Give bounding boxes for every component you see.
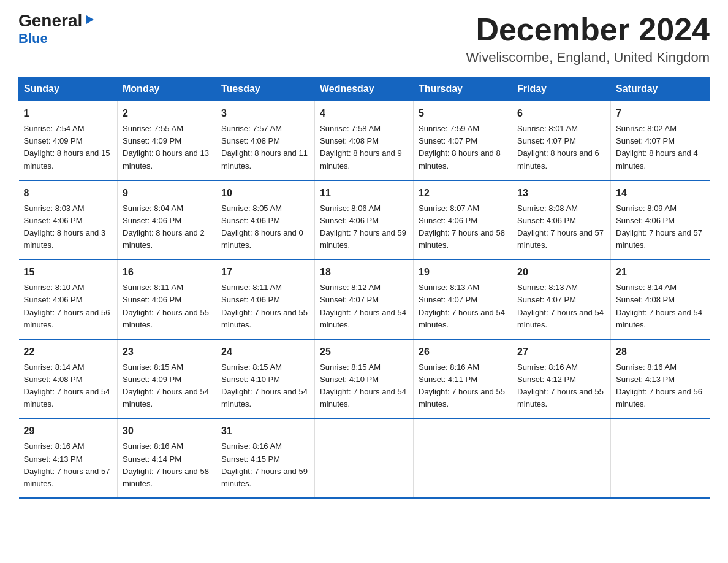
day-number: 1 [24,106,113,121]
col-header-sunday: Sunday [19,77,118,101]
location-title: Wiveliscombe, England, United Kingdom [466,50,710,66]
logo-general: General [18,12,82,29]
day-info: Sunrise: 8:11 AMSunset: 4:06 PMDaylight:… [221,282,309,331]
day-number: 26 [419,345,507,359]
day-number: 12 [419,186,507,201]
day-cell: 16Sunrise: 8:11 AMSunset: 4:06 PMDayligh… [118,259,216,339]
day-cell: 18Sunrise: 8:12 AMSunset: 4:07 PMDayligh… [315,259,414,339]
day-cell: 7Sunrise: 8:02 AMSunset: 4:07 PMDaylight… [611,101,710,180]
day-number: 17 [221,265,309,280]
month-title: December 2024 [466,12,710,47]
day-number: 6 [517,106,605,121]
day-number: 31 [221,424,309,439]
day-cell [611,418,710,498]
day-number: 20 [517,265,605,280]
day-cell: 24Sunrise: 8:15 AMSunset: 4:10 PMDayligh… [216,339,315,419]
day-info: Sunrise: 8:16 AMSunset: 4:14 PMDaylight:… [123,440,211,490]
day-info: Sunrise: 8:15 AMSunset: 4:10 PMDaylight:… [221,361,309,411]
day-cell: 10Sunrise: 8:05 AMSunset: 4:06 PMDayligh… [216,180,315,260]
day-cell: 6Sunrise: 8:01 AMSunset: 4:07 PMDaylight… [512,101,611,180]
day-number: 8 [24,186,113,201]
day-info: Sunrise: 7:55 AMSunset: 4:09 PMDaylight:… [123,123,211,172]
day-cell: 21Sunrise: 8:14 AMSunset: 4:08 PMDayligh… [611,259,710,339]
day-info: Sunrise: 8:11 AMSunset: 4:06 PMDaylight:… [123,282,211,331]
day-number: 19 [419,265,507,280]
day-cell: 29Sunrise: 8:16 AMSunset: 4:13 PMDayligh… [19,418,118,498]
day-info: Sunrise: 8:15 AMSunset: 4:09 PMDaylight:… [123,361,211,411]
day-cell: 11Sunrise: 8:06 AMSunset: 4:06 PMDayligh… [315,180,414,260]
day-info: Sunrise: 8:16 AMSunset: 4:13 PMDaylight:… [616,361,705,411]
col-header-tuesday: Tuesday [216,77,315,101]
day-cell: 27Sunrise: 8:16 AMSunset: 4:12 PMDayligh… [512,339,611,419]
day-cell: 13Sunrise: 8:08 AMSunset: 4:06 PMDayligh… [512,180,611,260]
logo-triangle-icon [83,13,97,26]
day-info: Sunrise: 8:03 AMSunset: 4:06 PMDaylight:… [24,202,113,252]
day-info: Sunrise: 8:16 AMSunset: 4:12 PMDaylight:… [517,361,605,411]
day-info: Sunrise: 8:10 AMSunset: 4:06 PMDaylight:… [24,282,113,331]
day-info: Sunrise: 8:14 AMSunset: 4:08 PMDaylight:… [616,282,705,331]
day-number: 5 [419,106,507,121]
day-info: Sunrise: 7:54 AMSunset: 4:09 PMDaylight:… [24,123,113,172]
col-header-saturday: Saturday [611,77,710,101]
day-cell: 19Sunrise: 8:13 AMSunset: 4:07 PMDayligh… [414,259,512,339]
day-number: 29 [24,424,113,439]
day-cell [315,418,414,498]
day-info: Sunrise: 8:16 AMSunset: 4:11 PMDaylight:… [419,361,507,411]
day-cell: 20Sunrise: 8:13 AMSunset: 4:07 PMDayligh… [512,259,611,339]
day-number: 15 [24,265,113,280]
day-cell: 30Sunrise: 8:16 AMSunset: 4:14 PMDayligh… [118,418,216,498]
day-info: Sunrise: 8:14 AMSunset: 4:08 PMDaylight:… [24,361,113,411]
day-cell [512,418,611,498]
day-number: 27 [517,345,605,359]
day-cell [414,418,512,498]
day-cell: 28Sunrise: 8:16 AMSunset: 4:13 PMDayligh… [611,339,710,419]
day-number: 10 [221,186,309,201]
day-info: Sunrise: 8:01 AMSunset: 4:07 PMDaylight:… [517,123,605,172]
day-info: Sunrise: 7:58 AMSunset: 4:08 PMDaylight:… [320,123,408,172]
day-cell: 9Sunrise: 8:04 AMSunset: 4:06 PMDaylight… [118,180,216,260]
day-cell: 23Sunrise: 8:15 AMSunset: 4:09 PMDayligh… [118,339,216,419]
day-cell: 26Sunrise: 8:16 AMSunset: 4:11 PMDayligh… [414,339,512,419]
day-number: 3 [221,106,309,121]
day-info: Sunrise: 8:15 AMSunset: 4:10 PMDaylight:… [320,361,408,411]
header-area: General Blue December 2024 Wiveliscombe,… [18,12,710,66]
day-cell: 31Sunrise: 8:16 AMSunset: 4:15 PMDayligh… [216,418,315,498]
day-number: 23 [123,345,211,359]
day-cell: 22Sunrise: 8:14 AMSunset: 4:08 PMDayligh… [19,339,118,419]
day-cell: 8Sunrise: 8:03 AMSunset: 4:06 PMDaylight… [19,180,118,260]
day-number: 18 [320,265,408,280]
day-info: Sunrise: 8:16 AMSunset: 4:15 PMDaylight:… [221,440,309,490]
day-number: 28 [616,345,705,359]
day-info: Sunrise: 8:07 AMSunset: 4:06 PMDaylight:… [419,202,507,252]
day-cell: 12Sunrise: 8:07 AMSunset: 4:06 PMDayligh… [414,180,512,260]
day-number: 9 [123,186,211,201]
day-number: 21 [616,265,705,280]
day-info: Sunrise: 8:08 AMSunset: 4:06 PMDaylight:… [517,202,605,252]
day-info: Sunrise: 7:59 AMSunset: 4:07 PMDaylight:… [419,123,507,172]
day-number: 7 [616,106,705,121]
week-row-1: 1Sunrise: 7:54 AMSunset: 4:09 PMDaylight… [19,101,710,180]
week-row-3: 15Sunrise: 8:10 AMSunset: 4:06 PMDayligh… [19,259,710,339]
col-header-wednesday: Wednesday [315,77,414,101]
day-info: Sunrise: 8:09 AMSunset: 4:06 PMDaylight:… [616,202,705,252]
day-number: 11 [320,186,408,201]
day-number: 2 [123,106,211,121]
day-number: 30 [123,424,211,439]
day-info: Sunrise: 8:06 AMSunset: 4:06 PMDaylight:… [320,202,408,252]
day-number: 4 [320,106,408,121]
day-info: Sunrise: 8:13 AMSunset: 4:07 PMDaylight:… [419,282,507,331]
col-header-monday: Monday [118,77,216,101]
logo-blue: Blue [18,31,48,47]
week-row-4: 22Sunrise: 8:14 AMSunset: 4:08 PMDayligh… [19,339,710,419]
day-cell: 15Sunrise: 8:10 AMSunset: 4:06 PMDayligh… [19,259,118,339]
day-info: Sunrise: 7:57 AMSunset: 4:08 PMDaylight:… [221,123,309,172]
day-cell: 14Sunrise: 8:09 AMSunset: 4:06 PMDayligh… [611,180,710,260]
day-number: 14 [616,186,705,201]
day-cell: 1Sunrise: 7:54 AMSunset: 4:09 PMDaylight… [19,101,118,180]
day-number: 25 [320,345,408,359]
day-cell: 4Sunrise: 7:58 AMSunset: 4:08 PMDaylight… [315,101,414,180]
title-area: December 2024 Wiveliscombe, England, Uni… [466,12,710,66]
day-number: 24 [221,345,309,359]
day-number: 13 [517,186,605,201]
day-cell: 2Sunrise: 7:55 AMSunset: 4:09 PMDaylight… [118,101,216,180]
